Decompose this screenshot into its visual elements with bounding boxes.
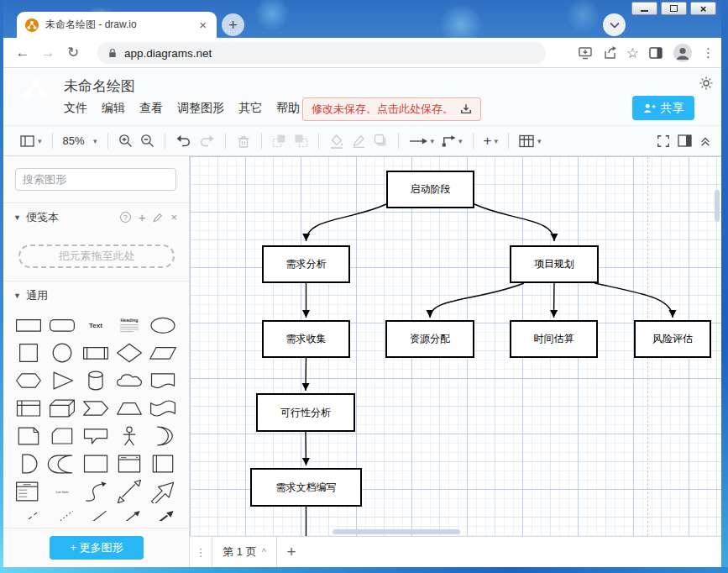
shape-text[interactable]: Text <box>79 311 113 339</box>
shape-triangle[interactable] <box>45 366 79 394</box>
share-button[interactable]: 共享 <box>632 96 694 120</box>
zoom-level-dropdown[interactable]: 85% ▾ <box>63 134 97 149</box>
menu-help[interactable]: 帮助 <box>276 101 300 116</box>
connection-style-button[interactable]: ▾ <box>409 137 435 145</box>
view-panels-button[interactable]: ▾ <box>20 134 42 148</box>
shape-bold-arrow[interactable] <box>146 505 180 521</box>
more-shapes-button[interactable]: + 更多图形 <box>50 536 144 560</box>
theme-toggle-sun-icon[interactable] <box>699 76 714 91</box>
shape-cube[interactable] <box>45 394 79 422</box>
pages-menu-kebab-icon[interactable]: ⋮ <box>190 537 212 567</box>
scratchpad-edit-icon[interactable] <box>153 213 163 223</box>
shape-hexagon[interactable] <box>12 366 45 394</box>
diagram-node[interactable]: 需求文档编写 <box>250 468 362 507</box>
document-title[interactable]: 未命名绘图 <box>64 76 135 96</box>
menu-arrange[interactable]: 调整图形 <box>177 101 224 116</box>
zoom-out-button[interactable] <box>140 134 155 148</box>
shape-step[interactable] <box>79 394 113 422</box>
shape-list[interactable] <box>12 477 45 505</box>
page-tab[interactable]: 第 1 页 ^ <box>212 537 277 567</box>
shape-document[interactable] <box>146 366 180 394</box>
delete-button[interactable] <box>236 134 251 149</box>
scratchpad-add-icon[interactable]: + <box>139 210 146 224</box>
maximize-button[interactable] <box>661 2 687 15</box>
reload-button[interactable]: ↻ <box>60 44 86 61</box>
browser-menu-kebab-icon[interactable]: ⋮ <box>702 45 715 60</box>
browser-tab[interactable]: 未命名绘图 - draw.io × <box>17 12 217 38</box>
shape-ellipse[interactable] <box>146 311 180 339</box>
zoom-in-button[interactable] <box>118 134 133 148</box>
shape-list-item[interactable]: List Item <box>45 477 79 505</box>
minimize-button[interactable] <box>631 2 657 15</box>
collapse-toolbar-button[interactable] <box>699 135 711 147</box>
line-color-button[interactable] <box>352 134 366 148</box>
shape-dotted-line[interactable] <box>45 505 79 521</box>
shape-tape[interactable] <box>146 394 180 422</box>
shape-data-storage[interactable] <box>45 449 79 477</box>
shape-square[interactable] <box>12 339 45 366</box>
shape-cloud[interactable] <box>113 366 146 394</box>
horizontal-scrollbar-thumb[interactable] <box>333 529 460 534</box>
waypoint-style-button[interactable]: ▾ <box>442 134 463 147</box>
scratchpad-close-icon[interactable]: × <box>170 211 177 223</box>
redo-button[interactable] <box>199 134 215 147</box>
to-back-button[interactable] <box>294 134 308 148</box>
shape-cylinder[interactable] <box>79 366 113 394</box>
shape-actor[interactable] <box>113 422 146 449</box>
shape-rounded-rectangle[interactable] <box>45 311 79 339</box>
diagram-node[interactable]: 项目规划 <box>510 245 599 283</box>
fill-color-button[interactable] <box>329 134 344 149</box>
diagram-node[interactable]: 需求分析 <box>262 245 350 283</box>
shape-arrow[interactable] <box>146 477 180 505</box>
shape-callout[interactable] <box>79 422 113 449</box>
shape-card[interactable] <box>45 422 79 449</box>
shape-search-box[interactable] <box>15 168 176 191</box>
diagram-node[interactable]: 风险评估 <box>634 320 711 358</box>
shape-internal-storage[interactable] <box>12 394 45 422</box>
back-button[interactable]: ← <box>10 45 35 61</box>
scratchpad-section-header[interactable]: ▼ 便笺本 <box>13 210 59 225</box>
shape-container[interactable] <box>79 449 113 477</box>
shape-line[interactable] <box>79 505 113 521</box>
unsaved-warning-banner[interactable]: 修改未保存。点击此处保存。 <box>302 97 481 121</box>
diagram-node[interactable]: 时间估算 <box>510 320 598 358</box>
close-button[interactable]: × <box>690 2 716 15</box>
shape-heading[interactable]: Heading <box>113 311 146 339</box>
menu-extras[interactable]: 其它 <box>238 101 262 116</box>
menu-view[interactable]: 查看 <box>139 101 163 116</box>
shape-dashed-line[interactable] <box>12 505 45 521</box>
tab-search-button[interactable] <box>603 13 626 36</box>
vertical-scrollbar-thumb[interactable] <box>715 190 720 222</box>
diagram-node[interactable]: 可行性分析 <box>256 393 355 432</box>
shape-window[interactable] <box>113 449 146 477</box>
shape-circle[interactable] <box>45 339 79 366</box>
menu-file[interactable]: 文件 <box>64 101 87 116</box>
shape-vertical-container[interactable] <box>146 449 180 477</box>
diagram-node[interactable]: 启动阶段 <box>386 171 474 208</box>
format-panel-toggle-button[interactable] <box>678 134 692 147</box>
shape-search-input[interactable] <box>23 173 170 186</box>
shape-and[interactable] <box>12 449 45 477</box>
shape-bidirectional-arrow[interactable] <box>113 477 146 505</box>
profile-avatar[interactable] <box>673 43 693 63</box>
scratchpad-drop-zone[interactable]: 把元素拖至此处 <box>18 244 175 268</box>
address-bar[interactable]: app.diagrams.net <box>97 42 546 64</box>
fullscreen-button[interactable] <box>657 134 670 148</box>
insert-button[interactable]: +▾ <box>484 134 498 148</box>
scratchpad-help-icon[interactable]: ? <box>120 212 131 223</box>
bookmark-star-icon[interactable]: ☆ <box>626 45 639 62</box>
install-icon[interactable] <box>578 45 593 60</box>
forward-button[interactable]: → <box>35 45 60 61</box>
shadow-button[interactable] <box>374 134 388 148</box>
shape-rectangle[interactable] <box>12 311 45 339</box>
add-page-button[interactable]: + <box>277 537 306 567</box>
general-section-header[interactable]: ▼ 通用 <box>13 288 48 303</box>
diagram-node[interactable]: 资源分配 <box>385 320 474 358</box>
undo-button[interactable] <box>175 134 191 147</box>
side-panel-icon[interactable] <box>648 45 663 60</box>
shape-parallelogram[interactable] <box>146 339 180 366</box>
shape-note[interactable] <box>12 422 45 449</box>
menu-edit[interactable]: 编辑 <box>102 101 125 116</box>
share-icon[interactable] <box>602 45 617 60</box>
table-button[interactable]: ▾ <box>519 134 542 148</box>
